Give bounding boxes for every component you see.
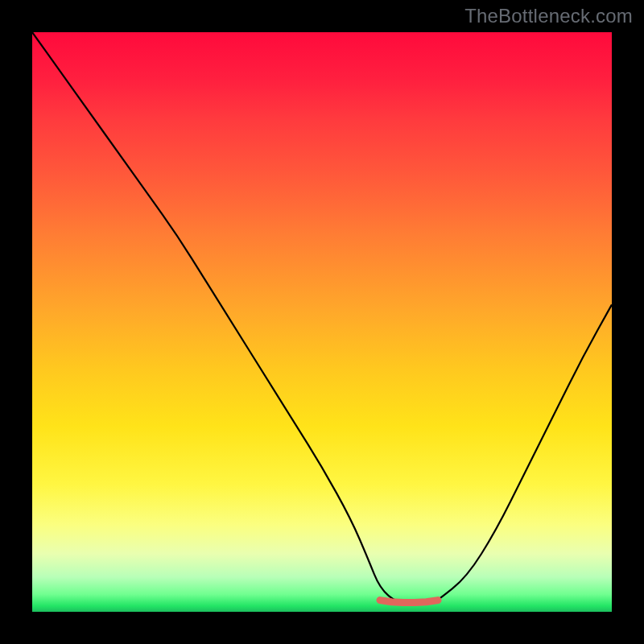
chart-frame: TheBottleneck.com (0, 0, 644, 644)
optimal-band-marker (380, 601, 438, 603)
plot-area (32, 32, 612, 612)
curve-layer (32, 32, 612, 612)
bottleneck-curve (32, 32, 612, 603)
watermark-label: TheBottleneck.com (464, 5, 633, 27)
